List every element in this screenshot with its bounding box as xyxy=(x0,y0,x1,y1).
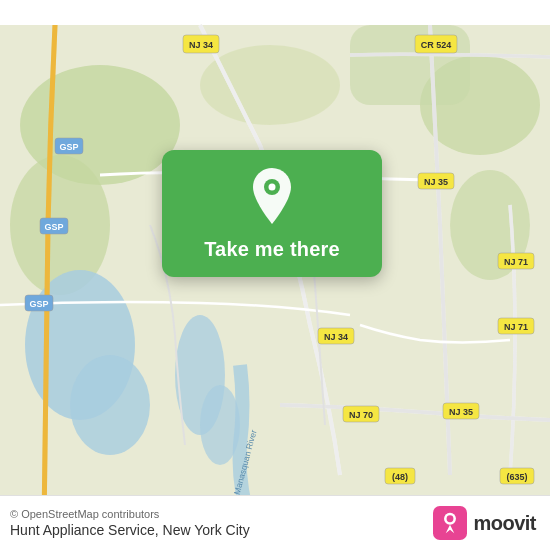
moovit-logo-icon xyxy=(433,506,467,540)
svg-text:NJ 70: NJ 70 xyxy=(349,410,373,420)
svg-text:CR 524: CR 524 xyxy=(421,40,452,50)
moovit-logo: moovit xyxy=(433,506,536,540)
copyright-text: © OpenStreetMap contributors xyxy=(10,508,250,520)
svg-text:(48): (48) xyxy=(392,472,408,482)
svg-point-8 xyxy=(70,355,150,455)
svg-text:NJ 34: NJ 34 xyxy=(324,332,348,342)
svg-text:GSP: GSP xyxy=(59,142,78,152)
svg-text:NJ 35: NJ 35 xyxy=(449,407,473,417)
moovit-brand-text: moovit xyxy=(473,512,536,535)
take-me-there-label: Take me there xyxy=(204,238,340,261)
bottom-bar: © OpenStreetMap contributors Hunt Applia… xyxy=(0,495,550,550)
location-label: Hunt Appliance Service, New York City xyxy=(10,522,250,538)
take-me-there-card[interactable]: Take me there xyxy=(162,150,382,277)
svg-text:(635): (635) xyxy=(506,472,527,482)
svg-text:GSP: GSP xyxy=(44,222,63,232)
svg-point-43 xyxy=(447,515,454,522)
svg-point-40 xyxy=(269,184,276,191)
svg-text:NJ 34: NJ 34 xyxy=(189,40,213,50)
svg-text:NJ 71: NJ 71 xyxy=(504,257,528,267)
svg-text:NJ 71: NJ 71 xyxy=(504,322,528,332)
map-container: NJ 34 CR 524 GSP GSP GSP NJ 35 NJ 35 NJ … xyxy=(0,0,550,550)
svg-text:GSP: GSP xyxy=(29,299,48,309)
bottom-left-info: © OpenStreetMap contributors Hunt Applia… xyxy=(10,508,250,538)
location-pin-icon xyxy=(248,168,296,228)
svg-point-6 xyxy=(200,45,340,125)
svg-text:NJ 35: NJ 35 xyxy=(424,177,448,187)
